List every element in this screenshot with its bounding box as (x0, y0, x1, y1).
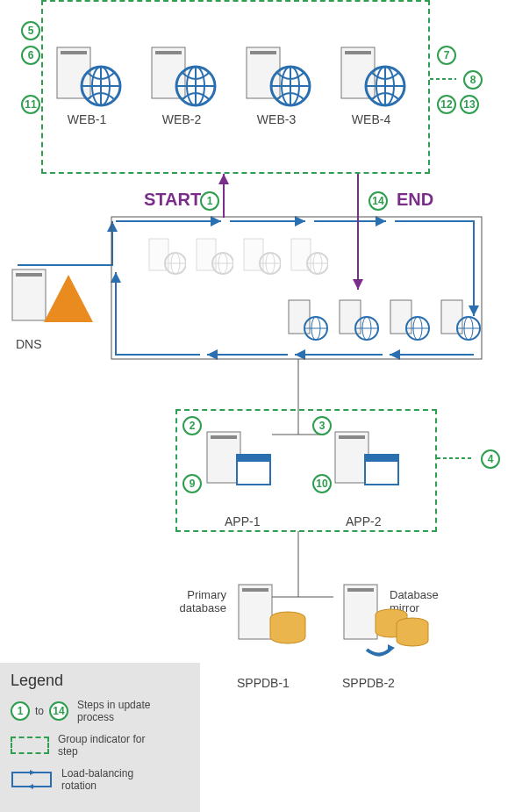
svg-marker-76 (28, 784, 33, 789)
server-globe-icon (337, 298, 379, 342)
legend-row-steps: 1 to 14 Steps in update process (11, 699, 190, 724)
web-3-label: WEB-3 (257, 112, 296, 126)
svg-marker-73 (388, 644, 395, 653)
server-globe-icon (241, 46, 311, 107)
svg-rect-24 (16, 273, 42, 277)
svg-rect-69 (344, 585, 377, 639)
legend-rotation-icon (11, 769, 53, 790)
server-globe-icon (147, 46, 217, 107)
web-1: WEB-1 (53, 46, 121, 126)
app-2-label: APP-2 (346, 514, 381, 528)
rotation-in-servers (286, 298, 481, 342)
svg-rect-58 (207, 432, 240, 483)
server-globe-icon (439, 298, 481, 342)
server-globe-icon (195, 237, 233, 277)
legend-dash-icon (11, 737, 49, 754)
step-7: 7 (437, 46, 456, 65)
server-globe-icon (388, 298, 430, 342)
server-globe-icon (52, 46, 122, 107)
web-2: WEB-2 (147, 46, 216, 126)
rotation-out-servers (147, 237, 328, 277)
svg-rect-8 (61, 51, 87, 54)
web-1-label: WEB-1 (68, 112, 106, 126)
legend-step-14: 14 (49, 701, 68, 721)
app-1 (204, 430, 274, 494)
step-10: 10 (312, 474, 332, 493)
step-12: 12 (437, 95, 456, 114)
web-4: WEB-4 (337, 46, 405, 126)
server-globe-icon (336, 46, 406, 107)
step-8: 8 (463, 70, 483, 90)
legend-row-group: Group indicator for step (11, 733, 190, 758)
svg-rect-63 (339, 435, 365, 439)
svg-rect-62 (335, 432, 368, 483)
dns-label: DNS (16, 337, 42, 351)
legend-to: to (35, 705, 44, 717)
legend-rotation-desc: Load-balancing rotation (61, 767, 158, 793)
svg-marker-25 (44, 275, 93, 322)
server-db-mirror-icon (340, 581, 437, 660)
web-4-label: WEB-4 (352, 112, 390, 126)
web-3: WEB-3 (242, 46, 311, 126)
server-globe-icon (286, 298, 328, 342)
server-globe-icon (147, 237, 186, 277)
server-window-icon (332, 430, 402, 492)
legend-row-rotation: Load-balancing rotation (11, 767, 190, 793)
step-6: 6 (21, 46, 40, 65)
server-triangle-icon (7, 268, 95, 329)
legend-title: Legend (11, 672, 190, 690)
step-1: 1 (200, 191, 219, 211)
app-1-label: APP-1 (225, 514, 260, 528)
primary-db-label: Primary database (174, 588, 226, 614)
server-globe-icon (290, 237, 328, 277)
end-label: END (397, 190, 433, 210)
db-1 (235, 581, 314, 654)
start-label: START (144, 190, 201, 210)
svg-rect-23 (12, 269, 46, 320)
step-3: 3 (312, 416, 332, 435)
web-server-row: WEB-1 WEB-2 WEB-3 (53, 46, 405, 126)
step-5: 5 (21, 21, 40, 40)
svg-rect-74 (12, 772, 51, 787)
legend-step-1: 1 (11, 701, 30, 721)
dns-node (7, 268, 95, 332)
svg-rect-16 (250, 51, 276, 54)
svg-rect-20 (345, 51, 371, 54)
db-2 (340, 581, 437, 663)
server-db-icon (235, 581, 314, 651)
legend-steps-desc: Steps in update process (77, 699, 165, 724)
step-13: 13 (460, 95, 479, 114)
svg-rect-66 (239, 585, 272, 639)
legend-panel: Legend 1 to 14 Steps in update process G… (0, 663, 200, 812)
svg-rect-61 (237, 455, 270, 462)
step-2: 2 (182, 416, 202, 435)
legend-group-desc: Group indicator for step (58, 733, 154, 758)
svg-rect-65 (365, 455, 398, 462)
svg-rect-12 (155, 51, 182, 54)
step-4: 4 (481, 449, 500, 469)
server-window-icon (204, 430, 274, 492)
svg-rect-59 (211, 435, 237, 439)
step-14: 14 (368, 191, 388, 211)
web-2-label: WEB-2 (162, 112, 201, 126)
db-1-label: SPPDB-1 (237, 676, 290, 690)
svg-rect-70 (347, 588, 374, 592)
db-2-label: SPPDB-2 (342, 676, 395, 690)
svg-rect-67 (242, 588, 268, 592)
app-2 (332, 430, 402, 494)
step-9: 9 (182, 474, 202, 493)
svg-marker-75 (30, 770, 35, 775)
step-11: 11 (21, 95, 40, 114)
server-globe-icon (242, 237, 281, 277)
